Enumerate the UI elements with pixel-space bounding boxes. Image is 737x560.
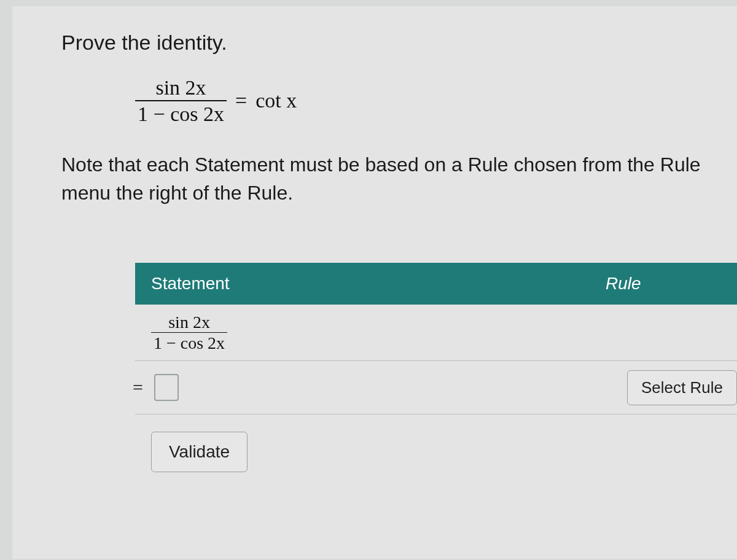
- table-row: sin 2x 1 − cos 2x: [135, 305, 737, 362]
- statement-cell-2: =: [135, 361, 590, 414]
- instruction-note: Note that each Statement must be based o…: [61, 150, 737, 208]
- select-rule-button[interactable]: Select Rule: [627, 370, 737, 405]
- statement-1-denominator: 1 − cos 2x: [151, 332, 227, 352]
- table-row: = Select Rule: [135, 361, 737, 414]
- statement-cell-1: sin 2x 1 − cos 2x: [135, 305, 590, 361]
- identity-lhs-numerator: sin 2x: [153, 76, 208, 100]
- rule-cell-2: Select Rule: [590, 361, 737, 414]
- identity-equation: sin 2x 1 − cos 2x = cot x: [135, 76, 737, 126]
- prompt-text: Prove the identity.: [61, 31, 737, 55]
- proof-table: Statement Rule sin 2x 1 − cos 2x = Selec…: [135, 263, 737, 490]
- validate-button[interactable]: Validate: [151, 432, 248, 472]
- header-rule: Rule: [590, 263, 737, 305]
- statement-input[interactable]: [154, 374, 179, 401]
- identity-lhs-fraction: sin 2x 1 − cos 2x: [135, 76, 227, 126]
- equals-sign: =: [133, 377, 143, 398]
- identity-equals: =: [235, 89, 247, 112]
- identity-lhs-denominator: 1 − cos 2x: [135, 100, 227, 125]
- table-header: Statement Rule: [135, 263, 737, 305]
- validate-row: Validate: [135, 414, 737, 489]
- header-statement: Statement: [135, 263, 590, 305]
- rule-cell-1: [590, 305, 737, 361]
- statement-1-numerator: sin 2x: [166, 313, 213, 332]
- identity-rhs: cot x: [255, 89, 297, 112]
- question-page: Prove the identity. sin 2x 1 − cos 2x = …: [12, 6, 737, 559]
- statement-1-fraction: sin 2x 1 − cos 2x: [151, 313, 227, 352]
